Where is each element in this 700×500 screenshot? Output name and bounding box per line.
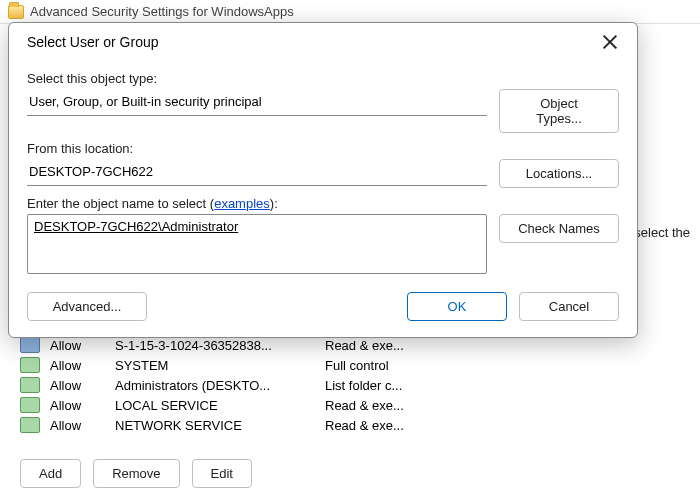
permissions-list: AllowS-1-15-3-1024-36352838...Read & exe… [20,335,680,435]
advanced-button[interactable]: Advanced... [27,292,147,321]
object-types-button[interactable]: Object Types... [499,89,619,133]
advanced-security-window: Advanced Security Settings for WindowsAp… [0,0,700,500]
edit-button[interactable]: Edit [192,459,252,488]
permission-type: Allow [50,378,105,393]
permission-access: Full control [325,358,680,373]
principal-icon [20,397,40,413]
permission-access: Read & exe... [325,398,680,413]
examples-link[interactable]: examples [214,196,270,211]
dialog-titlebar: Select User or Group [27,23,619,63]
close-icon[interactable] [601,33,619,51]
check-names-button[interactable]: Check Names [499,214,619,243]
permission-type: Allow [50,338,105,353]
permission-access: List folder c... [325,378,680,393]
permission-type: Allow [50,418,105,433]
enter-object-name-label: Enter the object name to select (example… [27,196,619,211]
principal-icon [20,377,40,393]
location-field [27,159,487,186]
permission-type: Allow [50,398,105,413]
table-row[interactable]: AllowLOCAL SERVICERead & exe... [20,395,680,415]
table-row[interactable]: AllowS-1-15-3-1024-36352838...Read & exe… [20,335,680,355]
parent-window-titlebar: Advanced Security Settings for WindowsAp… [0,0,700,24]
permission-principal: Administrators (DESKTO... [115,378,315,393]
principal-icon [20,357,40,373]
table-row[interactable]: AllowAdministrators (DESKTO...List folde… [20,375,680,395]
location-label: From this location: [27,141,619,156]
table-row[interactable]: AllowSYSTEMFull control [20,355,680,375]
select-user-or-group-dialog: Select User or Group Select this object … [8,22,638,338]
object-type-label: Select this object type: [27,71,619,86]
permissions-button-row: Add Remove Edit [20,459,252,488]
principal-icon [20,417,40,433]
permission-principal: LOCAL SERVICE [115,398,315,413]
ok-button[interactable]: OK [407,292,507,321]
permission-principal: S-1-15-3-1024-36352838... [115,338,315,353]
permission-principal: NETWORK SERVICE [115,418,315,433]
parent-window-title: Advanced Security Settings for WindowsAp… [30,4,294,19]
cancel-button[interactable]: Cancel [519,292,619,321]
table-row[interactable]: AllowNETWORK SERVICERead & exe... [20,415,680,435]
remove-button[interactable]: Remove [93,459,179,488]
enter-name-prefix: Enter the object name to select ( [27,196,214,211]
add-button[interactable]: Add [20,459,81,488]
dialog-title: Select User or Group [27,34,159,50]
principal-icon [20,337,40,353]
folder-icon [8,5,24,19]
permission-principal: SYSTEM [115,358,315,373]
permission-type: Allow [50,358,105,373]
enter-name-suffix: ): [270,196,278,211]
permission-access: Read & exe... [325,338,680,353]
object-type-field [27,89,487,116]
permission-access: Read & exe... [325,418,680,433]
locations-button[interactable]: Locations... [499,159,619,188]
object-name-input[interactable]: DESKTOP-7GCH622\Administrator [27,214,487,274]
